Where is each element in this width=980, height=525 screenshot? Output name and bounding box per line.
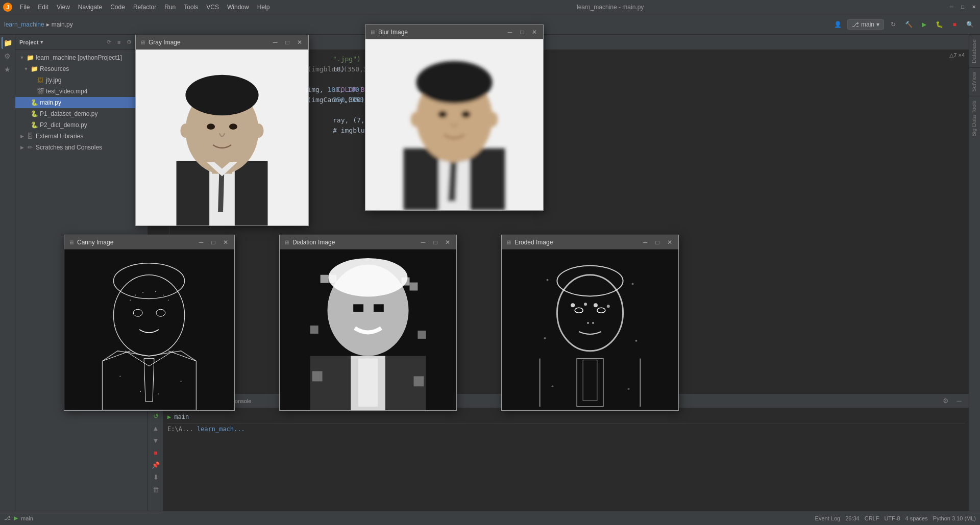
close-button[interactable]: ✕: [970, 3, 978, 11]
menu-code[interactable]: Code: [107, 2, 129, 12]
panel-header: Project ▾ ⟳ ≡ ⚙ ✕: [15, 35, 148, 50]
menu-run[interactable]: Run: [161, 2, 179, 12]
sciview-tab[interactable]: SciView: [969, 67, 980, 96]
svg-point-65: [584, 303, 587, 306]
menu-vcs[interactable]: VCS: [203, 2, 223, 12]
bottom-area: ▶ Run TODO Python Console ⚙ ─ ↺ ▲ ▼ ■ 📌 …: [148, 393, 969, 511]
canny-close-button[interactable]: ✕: [221, 238, 230, 247]
root-arrow: ▼: [19, 55, 24, 60]
structure-icon[interactable]: ⚙: [2, 50, 14, 62]
branch-selector[interactable]: ⎇ main ▾: [847, 19, 884, 30]
canny-maximize-button[interactable]: □: [209, 238, 218, 247]
status-crlf[interactable]: CRLF: [865, 515, 879, 521]
search-everywhere-button[interactable]: 🔍: [964, 18, 976, 31]
blur-image-titlebar: 🖥 Blur Image ─ □ ✕: [365, 25, 543, 39]
scroll-up-button[interactable]: ▲: [150, 422, 161, 434]
status-run-icon: ▶: [14, 515, 18, 521]
panel-collapse-icon[interactable]: ≡: [115, 38, 123, 46]
minimize-bottom-button[interactable]: ─: [953, 395, 965, 407]
build-button[interactable]: 🔨: [902, 18, 915, 31]
svg-point-21: [416, 61, 492, 104]
canny-minimize-button[interactable]: ─: [197, 238, 206, 247]
svg-rect-26: [442, 151, 467, 161]
tree-p2[interactable]: 🐍 P2_dict_demo.py: [15, 119, 148, 131]
dialation-minimize-button[interactable]: ─: [419, 238, 428, 247]
tree-p1[interactable]: 🐍 P1_dataset_demo.py: [15, 108, 148, 119]
resources-label: Resources: [40, 65, 69, 72]
minimize-button[interactable]: ─: [947, 3, 955, 11]
blur-maximize-button[interactable]: □: [518, 28, 527, 37]
panel-sync-icon[interactable]: ⟳: [105, 38, 113, 46]
tree-root[interactable]: ▼ 📁 learn_machine [pythonProject1]: [15, 52, 148, 63]
menu-refactor[interactable]: Refactor: [130, 2, 160, 12]
branch-icon: ⎇: [852, 21, 859, 28]
eroded-maximize-button[interactable]: □: [653, 238, 662, 247]
menu-window[interactable]: Window: [224, 2, 253, 12]
trash-button[interactable]: 🗑: [150, 484, 161, 495]
p2-icon: 🐍: [30, 121, 38, 129]
bottom-tab-controls: ⚙ ─: [940, 395, 965, 407]
dialation-image-title: Dialation Image: [292, 239, 415, 246]
blur-close-button[interactable]: ✕: [530, 28, 539, 37]
favorites-icon[interactable]: ★: [2, 63, 14, 76]
scroll-down-button[interactable]: ▼: [150, 435, 161, 446]
menu-view[interactable]: View: [53, 2, 74, 12]
stop-button[interactable]: ■: [150, 447, 161, 458]
root-label: learn_machine [pythonProject1]: [36, 54, 122, 61]
status-charset[interactable]: UTF-8: [884, 515, 900, 521]
dump-button[interactable]: ⬇: [150, 471, 161, 483]
scratches-arrow: ▶: [19, 145, 24, 150]
stop-toolbar-button[interactable]: ■: [948, 18, 961, 31]
menu-edit[interactable]: Edit: [34, 2, 52, 12]
database-tab[interactable]: Database: [969, 35, 980, 67]
gray-close-button[interactable]: ✕: [295, 38, 304, 47]
run-toolbar-button[interactable]: ▶: [918, 18, 930, 31]
tree-jty-jpg[interactable]: 🖼 jty.jpg: [15, 74, 148, 86]
tree-test-video[interactable]: 🎬 test_video.mp4: [15, 86, 148, 97]
tree-scratches[interactable]: ▶ ✏ Scratches and Consoles: [15, 142, 148, 153]
run-path-link[interactable]: learn_mach...: [197, 426, 245, 433]
menu-help[interactable]: Help: [254, 2, 274, 12]
breadcrumb-file[interactable]: main.py: [52, 21, 73, 28]
tree-resources[interactable]: ▼ 📁 Resources: [15, 63, 148, 74]
eroded-close-button[interactable]: ✕: [665, 238, 674, 247]
eroded-image-body: [502, 249, 678, 410]
run-header: ▶ main: [167, 410, 965, 423]
bigdata-tab[interactable]: Big Data Tools: [969, 96, 980, 141]
resources-arrow: ▼: [23, 66, 29, 71]
svg-point-77: [635, 340, 637, 342]
tree-ext-libs[interactable]: ▶ 🗄 External Libraries: [15, 131, 148, 142]
status-line-col: 26:34: [845, 515, 860, 521]
gray-minimize-button[interactable]: ─: [271, 38, 280, 47]
canny-image-titlebar: 🖥 Canny Image ─ □ ✕: [64, 235, 234, 249]
settings-bottom-button[interactable]: ⚙: [940, 395, 951, 407]
window-controls: ─ □ ✕: [947, 3, 978, 11]
gray-image-title: Gray Image: [149, 39, 267, 46]
menu-navigate[interactable]: Navigate: [75, 2, 106, 12]
user-button[interactable]: 👤: [832, 18, 844, 31]
panel-settings-icon[interactable]: ⚙: [125, 38, 133, 46]
gray-maximize-button[interactable]: □: [283, 38, 292, 47]
breadcrumb-project[interactable]: learn_machine: [4, 21, 44, 28]
p2-arrow: [23, 122, 29, 128]
svg-point-76: [544, 337, 546, 339]
run-panel: ▶ main E:\A... learn_mach...: [163, 408, 969, 511]
project-icon[interactable]: 📁: [2, 37, 14, 49]
status-python[interactable]: Python 3.10 (ML): [933, 515, 976, 521]
eroded-image-window: 🖥 Eroded Image ─ □ ✕: [501, 235, 679, 411]
status-indent[interactable]: 4 spaces: [905, 515, 928, 521]
run-indicator: ▶: [167, 413, 171, 420]
debug-button[interactable]: 🐛: [933, 18, 945, 31]
maximize-button[interactable]: □: [959, 3, 967, 11]
refresh-button[interactable]: ↻: [887, 18, 899, 31]
pin-button[interactable]: 📌: [150, 459, 161, 470]
rerun-button[interactable]: ↺: [150, 410, 161, 421]
eroded-minimize-button[interactable]: ─: [641, 238, 650, 247]
event-log-link[interactable]: Event Log: [815, 515, 841, 521]
tree-main-py[interactable]: 🐍 main.py: [15, 97, 148, 108]
menu-tools[interactable]: Tools: [180, 2, 202, 12]
blur-minimize-button[interactable]: ─: [505, 28, 514, 37]
dialation-maximize-button[interactable]: □: [431, 238, 440, 247]
dialation-close-button[interactable]: ✕: [443, 238, 452, 247]
menu-file[interactable]: File: [16, 2, 33, 12]
